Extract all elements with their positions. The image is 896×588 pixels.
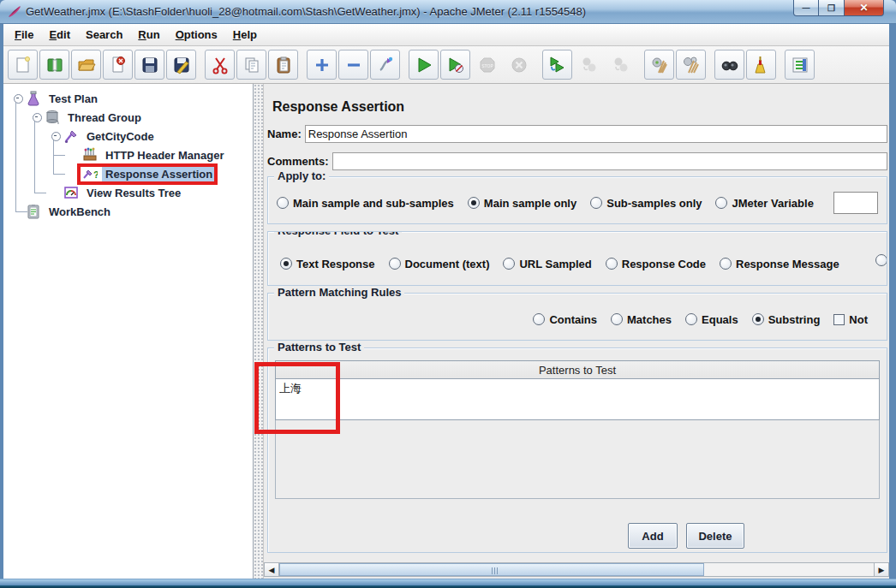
checkbox-not[interactable]: Not — [833, 313, 868, 326]
minimize-button[interactable] — [793, 0, 819, 16]
radio-label: Contains — [549, 313, 597, 326]
page-title: Response Assertion — [272, 99, 404, 115]
cut-button[interactable] — [205, 50, 235, 80]
scroll-left-arrow-icon[interactable]: ◀ — [265, 563, 279, 576]
radio-document-text[interactable]: Document (text) — [389, 258, 490, 270]
open-file-button[interactable] — [71, 50, 101, 80]
radio-icon — [606, 258, 618, 270]
menu-help[interactable]: Help — [225, 26, 265, 44]
radio-icon — [389, 258, 401, 270]
paste-button[interactable] — [268, 50, 298, 80]
remote-stop-all-button[interactable] — [574, 50, 604, 80]
radio-equals[interactable]: Equals — [685, 313, 738, 326]
templates-button[interactable] — [39, 50, 69, 80]
radio-jmeter-variable[interactable]: JMeter Variable — [715, 197, 813, 210]
apply-to-group-title: Apply to: — [274, 169, 329, 182]
add-button[interactable]: Add — [628, 523, 678, 549]
menu-bar: File Edit Search Run Options Help — [3, 24, 889, 46]
tree-item-label: Test Plan — [45, 92, 101, 106]
menu-run[interactable]: Run — [130, 26, 167, 44]
radio-response-message[interactable]: Response Message — [720, 258, 839, 270]
remote-start-all-icon — [548, 56, 567, 74]
tree-item-http-header-manager[interactable]: HTTP Header Manager — [3, 146, 253, 164]
clear-button[interactable] — [644, 50, 674, 80]
paste-icon — [274, 56, 293, 74]
copy-button[interactable] — [236, 50, 266, 80]
radio-main-sample-and-sub-samples[interactable]: Main sample and sub-samples — [277, 197, 454, 210]
tree-item-thread-group[interactable]: Thread Group — [3, 108, 253, 127]
tree-item-label: Thread Group — [64, 110, 145, 125]
menu-edit[interactable]: Edit — [41, 26, 78, 44]
close-file-button[interactable] — [103, 50, 133, 80]
delete-button[interactable]: Delete — [686, 523, 744, 549]
radio-label: URL Sampled — [519, 258, 591, 270]
add-element-button[interactable] — [307, 50, 337, 80]
start-no-timers-button[interactable] — [440, 50, 470, 80]
save-as-button[interactable] — [166, 50, 196, 80]
radio-icon — [720, 258, 732, 270]
comments-input[interactable] — [332, 152, 887, 170]
horizontal-scrollbar[interactable]: ◀ ▶ — [264, 562, 889, 577]
start-button[interactable] — [409, 50, 439, 80]
radio-icon — [611, 313, 623, 325]
close-button[interactable] — [845, 0, 884, 16]
patterns-group-title: Patterns to Test — [274, 341, 364, 353]
scrollbar-thumb[interactable] — [279, 563, 704, 576]
radio-main-sample-only[interactable]: Main sample only — [468, 197, 576, 210]
radio-label: Sub-samples only — [606, 197, 702, 210]
window-client-area: File Edit Search Run Options Help — [3, 24, 889, 579]
remote-shutdown-all-button[interactable] — [606, 50, 636, 80]
stop-icon: STOP — [478, 56, 497, 74]
table-row[interactable]: 上海 — [275, 379, 880, 420]
clear-icon — [650, 56, 669, 74]
new-file-button[interactable] — [8, 50, 38, 80]
radio-icon — [468, 197, 480, 209]
radio-label: Main sample and sub-samples — [293, 197, 454, 210]
checkbox-label: Not — [849, 313, 868, 326]
radio-label: Response Message — [736, 258, 839, 270]
stop-button[interactable]: STOP — [472, 50, 502, 80]
radio-contains[interactable]: Contains — [533, 313, 597, 326]
search-reset-button[interactable] — [746, 50, 776, 80]
scroll-right-arrow-icon[interactable]: ▶ — [874, 563, 888, 576]
radio-response-code[interactable]: Response Code — [606, 258, 706, 270]
name-input[interactable] — [305, 125, 887, 143]
save-button[interactable] — [134, 50, 164, 80]
radio-url-sampled[interactable]: URL Sampled — [503, 258, 591, 270]
clear-all-button[interactable] — [676, 50, 706, 80]
tree-item-label: WorkBench — [45, 205, 114, 219]
open-folder-icon — [77, 56, 96, 74]
close-file-icon — [109, 56, 128, 74]
split-pane-divider[interactable] — [254, 84, 264, 579]
menu-file[interactable]: File — [7, 26, 41, 44]
radio-sub-samples-only[interactable]: Sub-samples only — [590, 197, 702, 210]
radio-icon — [752, 313, 764, 325]
tree-item-workbench[interactable]: WorkBench — [3, 202, 253, 221]
radio-icon[interactable] — [875, 254, 887, 266]
radio-text-response[interactable]: Text Response — [280, 258, 375, 270]
title-bar[interactable]: GetWeather.jmx (E:\StashFolder\huoli_28@… — [0, 0, 896, 24]
maximize-button[interactable] — [819, 0, 845, 16]
toggle-icon — [376, 56, 395, 74]
remove-element-button[interactable] — [338, 50, 368, 80]
test-plan-icon — [26, 91, 41, 106]
tree-item-test-plan[interactable]: Test Plan — [3, 89, 253, 108]
shutdown-button[interactable] — [504, 50, 534, 80]
remote-start-all-button[interactable] — [542, 50, 572, 80]
menu-search[interactable]: Search — [78, 26, 130, 44]
add-icon — [313, 56, 332, 74]
start-icon — [415, 56, 433, 74]
radio-matches[interactable]: Matches — [611, 313, 672, 326]
menu-options[interactable]: Options — [168, 26, 225, 44]
radio-icon — [277, 197, 289, 209]
toggle-button[interactable] — [370, 50, 400, 80]
radio-substring[interactable]: Substring — [752, 313, 821, 326]
function-helper-button[interactable] — [785, 50, 815, 80]
tree-item-getcitycode[interactable]: GetCityCode — [3, 127, 253, 146]
search-button[interactable] — [714, 50, 744, 80]
jmeter-variable-input[interactable] — [833, 192, 878, 214]
patterns-table: Patterns to Test 上海 — [275, 360, 880, 499]
annotation-rect-tree — [77, 163, 218, 185]
radio-label: Matches — [627, 313, 672, 326]
patterns-table-empty-area — [275, 420, 880, 499]
